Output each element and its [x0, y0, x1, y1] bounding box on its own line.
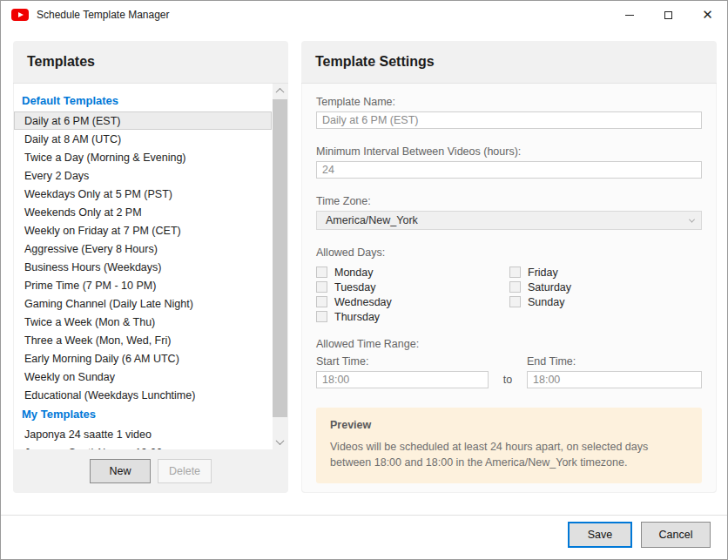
- timezone-label: Time Zone:: [316, 195, 702, 207]
- day-checkbox-row[interactable]: Monday: [316, 267, 509, 278]
- day-checkbox-row[interactable]: Friday: [509, 267, 571, 278]
- time-range-label: Allowed Time Range:: [316, 338, 702, 350]
- list-item[interactable]: Japonya Saati Akşamı 19:00: [14, 443, 272, 449]
- list-item[interactable]: Aggressive (Every 8 Hours): [14, 240, 272, 258]
- friday-checkbox[interactable]: [509, 267, 521, 278]
- day-checkbox-row[interactable]: Thursday: [316, 311, 509, 322]
- timezone-group: Time Zone: America/New_York: [316, 195, 702, 230]
- start-time-label: Start Time:: [316, 355, 489, 368]
- list-item[interactable]: Weekdays Only at 5 PM (PST): [14, 185, 272, 203]
- start-time-input[interactable]: [316, 371, 489, 388]
- day-label: Friday: [528, 267, 558, 279]
- list-item[interactable]: Prime Time (7 PM - 10 PM): [14, 276, 272, 294]
- list-item[interactable]: Educational (Weekdays Lunchtime): [14, 386, 272, 404]
- delete-button[interactable]: Delete: [158, 459, 212, 483]
- chevron-up-icon: [276, 88, 285, 97]
- list-item[interactable]: Three a Week (Mon, Wed, Fri): [14, 331, 272, 349]
- day-label: Wednesday: [334, 296, 392, 308]
- day-label: Monday: [334, 267, 373, 279]
- allowed-days-label: Allowed Days:: [316, 246, 702, 259]
- saturday-checkbox[interactable]: [509, 281, 521, 293]
- minimize-icon: [625, 15, 634, 16]
- templates-panel-title: Templates: [27, 54, 95, 69]
- list-item[interactable]: Business Hours (Weekdays): [14, 258, 272, 276]
- list-item[interactable]: Every 2 Days: [14, 166, 272, 185]
- thursday-checkbox[interactable]: [316, 311, 327, 322]
- allowed-days-group: Allowed Days: Monday Tuesday Wednesday T…: [316, 246, 702, 324]
- time-range-separator: to: [489, 374, 527, 388]
- template-name-input[interactable]: [316, 111, 702, 129]
- day-checkbox-row[interactable]: Sunday: [509, 296, 571, 307]
- timezone-value: America/New_York: [326, 214, 418, 226]
- list-item[interactable]: Weekly on Sunday: [14, 368, 272, 386]
- title-bar: Schedule Template Manager ✕: [1, 1, 727, 29]
- footer-divider: [1, 515, 727, 516]
- list-item[interactable]: Daily at 8 AM (UTC): [14, 130, 272, 148]
- list-item[interactable]: Weekends Only at 2 PM: [14, 203, 272, 221]
- scrollbar-thumb[interactable]: [273, 99, 287, 417]
- template-name-group: Template Name:: [316, 96, 702, 129]
- day-label: Sunday: [528, 296, 564, 308]
- list-item[interactable]: Japonya 24 saatte 1 video: [14, 425, 272, 443]
- time-range-group: Allowed Time Range: Start Time: to End T…: [316, 338, 702, 388]
- templates-panel: Templates Default Templates Daily at 6 P…: [13, 41, 288, 493]
- end-time-label: End Time:: [527, 355, 702, 368]
- tuesday-checkbox[interactable]: [316, 281, 327, 293]
- cancel-button[interactable]: Cancel: [641, 522, 711, 548]
- day-checkbox-row[interactable]: Wednesday: [316, 296, 509, 307]
- templates-listbox: Default Templates Daily at 6 PM (EST) Da…: [14, 84, 287, 449]
- sunday-checkbox[interactable]: [509, 296, 521, 307]
- day-label: Saturday: [528, 281, 571, 293]
- scroll-down-button[interactable]: [273, 435, 287, 449]
- min-interval-input[interactable]: [316, 161, 702, 179]
- close-button[interactable]: ✕: [688, 1, 727, 29]
- preview-text: Videos will be scheduled at least 24 hou…: [330, 439, 688, 470]
- chevron-down-icon: [276, 436, 285, 445]
- settings-panel-header: Template Settings: [301, 41, 717, 84]
- monday-checkbox[interactable]: [316, 267, 327, 278]
- maximize-icon: [664, 11, 672, 19]
- list-scrollbar[interactable]: [273, 84, 287, 449]
- day-checkbox-row[interactable]: Tuesday: [316, 281, 509, 293]
- dialog-footer: Save Cancel: [568, 522, 711, 548]
- list-item[interactable]: Gaming Channel (Daily Late Night): [14, 294, 272, 313]
- settings-panel-title: Template Settings: [315, 54, 435, 69]
- list-item[interactable]: Early Morning Daily (6 AM UTC): [14, 349, 272, 368]
- wednesday-checkbox[interactable]: [316, 296, 327, 307]
- dialog-window: Schedule Template Manager ✕ Templates De…: [0, 0, 728, 560]
- save-button[interactable]: Save: [568, 522, 632, 548]
- minimize-button[interactable]: [610, 1, 649, 29]
- min-interval-label: Minimum Interval Between Videos (hours):: [316, 145, 702, 158]
- list-item[interactable]: Twice a Week (Mon & Thu): [14, 313, 272, 331]
- list-footer: New Delete: [13, 449, 288, 493]
- list-item[interactable]: Weekly on Friday at 7 PM (CET): [14, 221, 272, 240]
- day-checkbox-row[interactable]: Saturday: [509, 281, 571, 293]
- settings-panel: Template Settings Template Name: Minimum…: [301, 41, 717, 493]
- my-templates-header: My Templates: [14, 404, 272, 425]
- list-item[interactable]: Twice a Day (Morning & Evening): [14, 148, 272, 166]
- scroll-up-button[interactable]: [273, 84, 287, 98]
- chevron-down-icon: [689, 216, 695, 222]
- close-icon: ✕: [702, 7, 713, 23]
- day-label: Thursday: [334, 311, 380, 323]
- end-time-input[interactable]: [527, 371, 702, 388]
- min-interval-group: Minimum Interval Between Videos (hours):: [316, 145, 702, 179]
- templates-panel-header: Templates: [13, 41, 288, 84]
- timezone-select[interactable]: America/New_York: [316, 211, 702, 230]
- preview-box: Preview Videos will be scheduled at leas…: [316, 408, 702, 483]
- window-title: Schedule Template Manager: [37, 9, 170, 21]
- settings-body: Template Name: Minimum Interval Between …: [302, 84, 716, 492]
- maximize-button[interactable]: [649, 1, 688, 29]
- list-item[interactable]: Daily at 6 PM (EST): [14, 111, 272, 130]
- day-label: Tuesday: [334, 281, 375, 293]
- preview-title: Preview: [330, 419, 688, 431]
- youtube-icon: [11, 9, 29, 21]
- template-name-label: Template Name:: [316, 96, 702, 108]
- new-button[interactable]: New: [90, 459, 151, 483]
- default-templates-header: Default Templates: [14, 91, 272, 111]
